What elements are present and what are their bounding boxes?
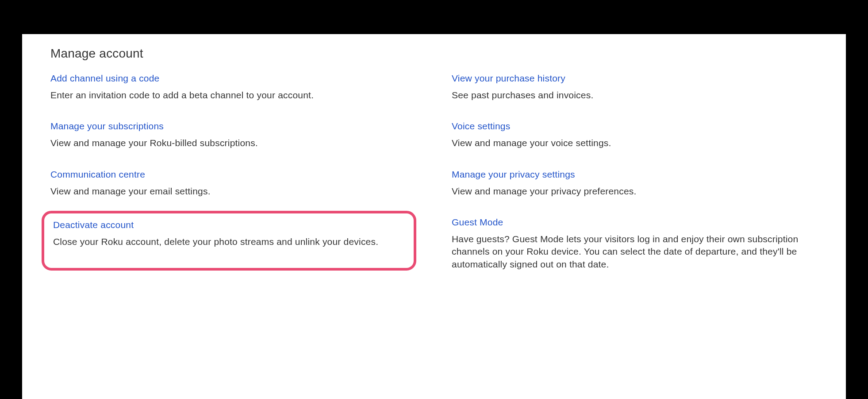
link-add-channel[interactable]: Add channel using a code [50, 73, 160, 84]
link-privacy[interactable]: Manage your privacy settings [452, 169, 575, 180]
link-guest-mode[interactable]: Guest Mode [452, 217, 503, 228]
item-communication: Communication centre View and manage you… [50, 169, 416, 198]
desc-deactivate: Close your Roku account, delete your pho… [53, 236, 405, 248]
page-title: Manage account [50, 46, 818, 61]
desc-guest-mode: Have guests? Guest Mode lets your visito… [452, 233, 818, 271]
link-communication[interactable]: Communication centre [50, 169, 145, 180]
item-guest-mode: Guest Mode Have guests? Guest Mode lets … [452, 217, 818, 271]
link-voice-settings[interactable]: Voice settings [452, 121, 510, 132]
item-deactivate: Deactivate account Close your Roku accou… [42, 211, 416, 271]
desc-add-channel: Enter an invitation code to add a beta c… [50, 89, 416, 101]
manage-account-panel: Manage account Add channel using a code … [22, 34, 846, 399]
item-subscriptions: Manage your subscriptions View and manag… [50, 121, 416, 149]
desc-purchase-history: See past purchases and invoices. [452, 89, 818, 101]
item-privacy: Manage your privacy settings View and ma… [452, 169, 818, 198]
desc-voice-settings: View and manage your voice settings. [452, 137, 818, 149]
settings-grid: Add channel using a code Enter an invita… [50, 73, 818, 271]
link-deactivate[interactable]: Deactivate account [53, 220, 134, 230]
desc-subscriptions: View and manage your Roku-billed subscri… [50, 137, 416, 149]
link-purchase-history[interactable]: View your purchase history [452, 73, 565, 84]
desc-privacy: View and manage your privacy preferences… [452, 185, 818, 198]
desc-communication: View and manage your email settings. [50, 185, 416, 198]
item-voice-settings: Voice settings View and manage your voic… [452, 121, 818, 149]
link-subscriptions[interactable]: Manage your subscriptions [50, 121, 164, 132]
item-purchase-history: View your purchase history See past purc… [452, 73, 818, 101]
item-add-channel: Add channel using a code Enter an invita… [50, 73, 416, 101]
